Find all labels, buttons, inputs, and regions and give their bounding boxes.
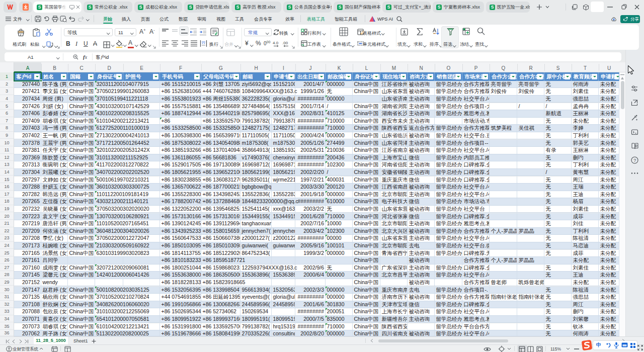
svg-text:?: ? (633, 158, 636, 163)
